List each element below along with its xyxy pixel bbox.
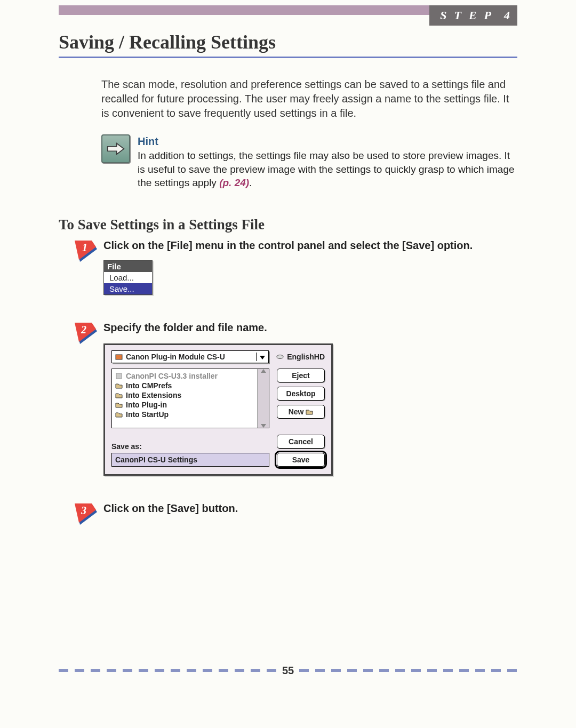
save-button[interactable]: Save <box>277 453 325 467</box>
save-dialog: Canon Plug-in Module CS-U EnglishHD Cano… <box>103 343 333 476</box>
list-item: Into StartUp <box>115 410 254 419</box>
file-menu-load[interactable]: Load... <box>104 272 152 283</box>
hint-text: In addition to settings, the settings fi… <box>138 150 515 188</box>
header-bar: STEP4 <box>59 5 517 15</box>
step1-text: Click on the [File] menu in the control … <box>103 239 473 251</box>
hint-period: . <box>249 177 252 188</box>
disk-indicator[interactable]: EnglishHD <box>276 353 325 361</box>
svg-text:2: 2 <box>81 324 86 335</box>
desktop-button[interactable]: Desktop <box>277 387 325 401</box>
footer-dash-right <box>299 669 517 672</box>
page-ref-link[interactable]: (p. 24) <box>219 177 249 188</box>
svg-text:1: 1 <box>82 242 87 253</box>
svg-text:3: 3 <box>81 505 86 516</box>
hint-icon <box>101 134 130 163</box>
svg-point-7 <box>277 355 283 358</box>
saveas-label: Save as: <box>111 442 269 451</box>
saveas-input[interactable]: CanonPI CS-U Settings <box>111 453 269 467</box>
svg-rect-8 <box>116 373 122 379</box>
scroll-up-icon[interactable] <box>261 369 266 373</box>
intro-paragraph: The scan mode, resolution and preference… <box>101 77 512 121</box>
step3-text: Click on the [Save] button. <box>103 502 238 514</box>
list-item: Into Plug-in <box>115 400 254 410</box>
scroll-down-icon[interactable] <box>261 424 266 428</box>
hint-label: Hint <box>138 134 517 149</box>
step-indicator: STEP4 <box>429 5 517 26</box>
section-heading: To Save Settings in a Settings File <box>59 217 517 233</box>
page-number: 55 <box>282 665 294 677</box>
folder-dropdown[interactable]: Canon Plug-in Module CS-U <box>111 350 269 363</box>
svg-rect-6 <box>116 355 122 359</box>
new-folder-button[interactable]: New <box>277 405 325 419</box>
step-badge-1: 1 <box>75 239 98 263</box>
page-title: Saving / Recalling Settings <box>59 31 517 53</box>
file-menu-header[interactable]: File <box>104 261 152 272</box>
eject-button[interactable]: Eject <box>277 369 325 382</box>
chevron-down-icon <box>260 356 265 359</box>
list-item: CanonPI CS-U3.3 installer <box>115 371 254 381</box>
step-number: 4 <box>499 9 517 22</box>
file-menu: File Load... Save... <box>103 260 153 295</box>
page-footer: 55 <box>59 665 517 677</box>
step2-text: Specify the folder and file name. <box>103 322 267 333</box>
file-list[interactable]: CanonPI CS-U3.3 installer Into CMPrefs I… <box>111 369 269 428</box>
step-badge-3: 3 <box>75 502 98 526</box>
file-menu-save[interactable]: Save... <box>104 283 152 294</box>
footer-dash-left <box>59 669 277 672</box>
folder-dropdown-value: Canon Plug-in Module CS-U <box>126 353 225 361</box>
cancel-button[interactable]: Cancel <box>277 435 325 449</box>
step-word: STEP <box>440 9 499 22</box>
disk-label: EnglishHD <box>287 353 325 361</box>
title-rule <box>59 57 517 58</box>
list-item: Into CMPrefs <box>115 381 254 390</box>
step-badge-2: 2 <box>75 322 98 345</box>
list-item: Into Extensions <box>115 390 254 400</box>
scrollbar[interactable] <box>258 369 269 428</box>
